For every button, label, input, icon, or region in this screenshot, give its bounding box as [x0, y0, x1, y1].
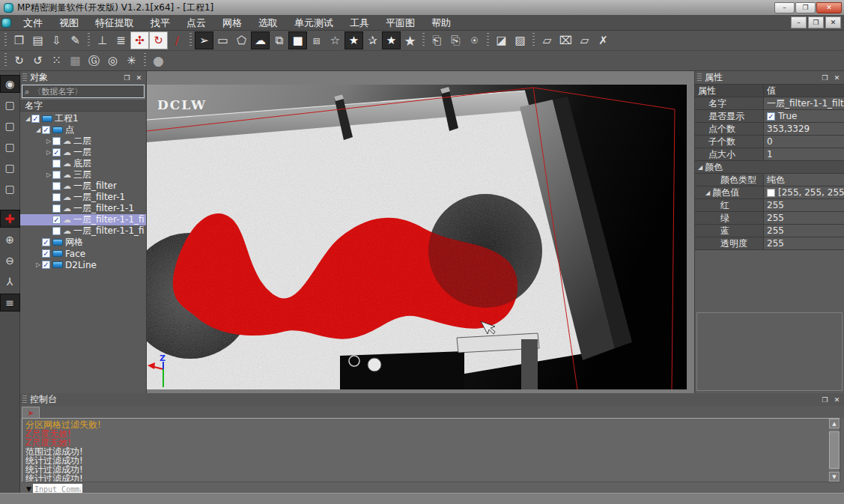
float-panel-icon[interactable]: ❐	[820, 73, 830, 82]
property-value[interactable]: 255	[764, 212, 844, 224]
tree-row[interactable]: 底层	[20, 158, 146, 169]
expander-icon[interactable]	[45, 171, 52, 178]
scroll-thumb[interactable]	[829, 431, 840, 469]
console-scrollbar[interactable]: ▲ ▼	[829, 419, 840, 482]
star-small-icon[interactable]: ★	[382, 31, 401, 49]
menu-unit-test[interactable]: 单元测试	[286, 15, 341, 31]
g-tool-icon[interactable]: Ⓖ	[85, 52, 103, 70]
cube-view-icon[interactable]: ▢	[0, 117, 20, 135]
property-value[interactable]: 255	[764, 199, 844, 211]
menu-tools[interactable]: 工具	[341, 15, 377, 31]
tree-checkbox[interactable]	[42, 249, 50, 258]
close-panel-icon[interactable]: ✕	[832, 73, 842, 82]
tree-row[interactable]: Face	[20, 248, 146, 259]
tree-checkbox[interactable]	[42, 238, 50, 246]
page-help-icon[interactable]: ⎗	[428, 31, 446, 49]
console-messages[interactable]: 分区网格过滤失败! Z尺度无效! Z尺度无效! 范围过滤成功! 统计过滤成功! …	[22, 418, 840, 482]
tree-item-label[interactable]: 一层_filter-1-1_fi	[73, 225, 145, 237]
scatter-points-icon[interactable]: ⁙	[47, 52, 66, 70]
subtract-selection-icon[interactable]: ⧈	[307, 31, 326, 49]
measure-tool-icon[interactable]: ≣	[112, 31, 130, 49]
property-value[interactable]: [255, 255, 255]...	[764, 186, 844, 198]
panel-grip[interactable]	[22, 73, 27, 82]
tree-item-label[interactable]: 三层	[73, 169, 91, 180]
tree-checkbox[interactable]	[52, 227, 61, 235]
child-minimize-button[interactable]: –	[791, 16, 807, 28]
expander-icon[interactable]	[24, 115, 31, 122]
window-minimize-button[interactable]: –	[774, 2, 795, 13]
tree-checkbox[interactable]	[42, 126, 50, 134]
page-slash-icon[interactable]: ▨	[511, 31, 529, 49]
property-value[interactable]: 1	[764, 148, 844, 160]
card-delete-icon[interactable]: ⌧	[556, 31, 575, 49]
polygon-select-icon[interactable]: ⬠	[232, 31, 251, 49]
search-input[interactable]	[31, 86, 142, 97]
float-panel-icon[interactable]: ❐	[820, 395, 830, 404]
tree-item-label[interactable]: 点	[65, 124, 74, 136]
star-rect-icon[interactable]: ★	[344, 31, 363, 49]
star-dashed-icon[interactable]: ☆	[326, 31, 344, 49]
menu-view[interactable]: 视图	[51, 15, 87, 31]
page-star-icon[interactable]: ⍟	[465, 31, 484, 49]
tree-checkbox[interactable]	[52, 160, 61, 168]
child-close-button[interactable]: ✕	[825, 16, 841, 28]
menu-point-cloud[interactable]: 点云	[178, 15, 214, 31]
page-mark-icon[interactable]: ⎘	[446, 31, 465, 49]
panel-grip[interactable]	[697, 73, 702, 82]
expander-icon[interactable]	[34, 261, 42, 268]
import-data-icon[interactable]: ⇩	[47, 31, 66, 49]
toolbar-handle[interactable]	[4, 53, 7, 68]
tree-item-label[interactable]: D2Line	[65, 260, 97, 270]
tree-checkbox[interactable]	[52, 137, 61, 145]
color-swatch[interactable]	[767, 189, 775, 197]
cube-view-icon[interactable]: ▢	[0, 138, 20, 156]
rotate-fit-icon[interactable]: ↺	[28, 52, 47, 70]
axis-gizmo-icon[interactable]: ⅄	[0, 273, 20, 291]
tree-checkbox[interactable]	[52, 204, 61, 213]
close-panel-icon[interactable]: ✕	[134, 73, 144, 82]
star-large-icon[interactable]: ★	[401, 31, 419, 49]
axis-tool-icon[interactable]: ⊥	[93, 31, 112, 49]
zoom-in-icon[interactable]: ⊕	[0, 231, 20, 249]
menu-help[interactable]: 帮助	[423, 15, 459, 31]
property-value[interactable]: 0	[764, 136, 844, 148]
transform-tool-icon[interactable]: ✣	[130, 31, 149, 49]
value-column-header[interactable]: 值	[764, 85, 844, 97]
tree-row-selected[interactable]: 一层_filter-1-1_fi	[20, 214, 146, 225]
expander-icon[interactable]	[705, 189, 710, 196]
property-value[interactable]: 纯色	[764, 174, 844, 186]
console-tab[interactable]: ➤	[22, 407, 40, 419]
tree-item-label[interactable]: 网格	[65, 237, 83, 248]
property-group-row[interactable]: 颜色	[695, 161, 844, 174]
zoom-out-icon[interactable]: ⊖	[0, 252, 20, 270]
tree-row[interactable]: 二层	[20, 136, 146, 147]
tree-name-column-header[interactable]: 名字	[20, 99, 146, 112]
menu-select[interactable]: 选取	[250, 15, 286, 31]
card-tool-icon[interactable]: ▱	[538, 31, 556, 49]
tree-row[interactable]: D2Line	[20, 259, 146, 270]
save-project-icon[interactable]: ▤	[28, 31, 47, 49]
tree-checkbox[interactable]	[52, 171, 61, 179]
cube-view-icon[interactable]: ▢	[0, 180, 20, 198]
copy-selection-icon[interactable]: ⧉	[270, 31, 288, 49]
menu-plan-view[interactable]: 平面图	[377, 15, 423, 31]
tree-item-label[interactable]: 一层_filter-1-1_fi	[73, 214, 145, 225]
window-close-button[interactable]: ✕	[816, 2, 842, 13]
property-value[interactable]: 255	[764, 237, 844, 249]
window-restore-button[interactable]: ❐	[795, 2, 816, 13]
tree-row[interactable]: 一层_filter-1	[20, 192, 146, 203]
close-panel-icon[interactable]: ✕	[832, 395, 842, 404]
tree-item-label[interactable]: 一层	[73, 147, 91, 158]
property-value[interactable]: 255	[764, 225, 844, 237]
document-icon[interactable]	[1, 18, 11, 28]
select-arrow-icon[interactable]: ➢	[195, 31, 213, 49]
menu-leveling[interactable]: 找平	[142, 15, 178, 31]
child-restore-button[interactable]: ❐	[808, 16, 824, 28]
menu-file[interactable]: 文件	[15, 15, 51, 31]
star-corners-icon[interactable]: ✰	[363, 31, 382, 49]
tree-item-label[interactable]: 底层	[73, 158, 91, 169]
cube-view-icon[interactable]: ▢	[0, 96, 20, 114]
property-value[interactable]: 353,3329	[764, 123, 844, 135]
tree-row[interactable]: 工程1	[20, 113, 146, 124]
scroll-down-icon[interactable]: ▼	[829, 472, 840, 482]
